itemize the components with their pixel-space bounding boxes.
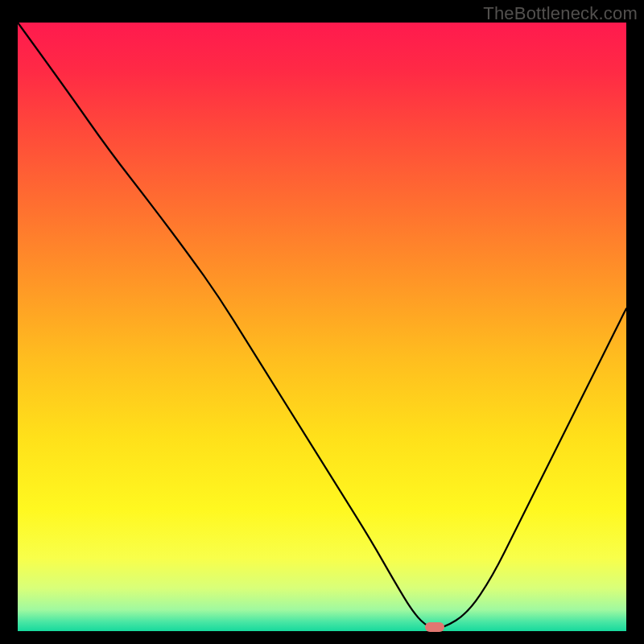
watermark-text: TheBottleneck.com — [483, 3, 638, 24]
bottleneck-curve — [18, 23, 626, 628]
plot-area — [18, 23, 626, 631]
chart-container: TheBottleneck.com — [0, 0, 644, 644]
minimum-marker — [425, 622, 444, 632]
chart-curve-layer — [18, 23, 626, 631]
